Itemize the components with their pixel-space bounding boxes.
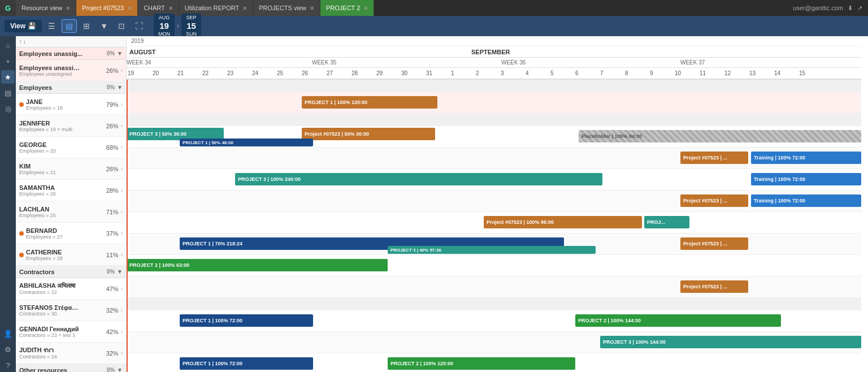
group-other: Other resources 0% ▼ [16, 364, 126, 372]
sidebar-settings-icon[interactable]: ⚙ [1, 343, 15, 356]
resource-row-bernard[interactable]: BERNARD Employees = 27 37% › [16, 223, 126, 244]
bar-project07523-samantha[interactable]: Project #07523 | 100% 96:00 [484, 216, 642, 228]
resource-row-george[interactable]: GEORGE Employees = 20 68% › [16, 137, 126, 158]
sidebar-star-icon[interactable]: ★ [1, 70, 15, 84]
arrow-judith[interactable]: › [121, 350, 123, 356]
group-other-label: Other resources [19, 367, 67, 373]
bar-proj-samantha2[interactable]: PROJ... [644, 216, 689, 228]
bar-project07523-catherine[interactable]: Project #07523 | ... [680, 280, 748, 293]
expand-employees-unassigned[interactable]: ▼ [117, 50, 123, 57]
bar-project07523-lachlan[interactable]: Project #07523 | ... [680, 237, 748, 250]
date-nav: AUG 19 MON › SEP 15 SUN [154, 14, 201, 38]
gantt-row-abhilasha: PROJECT 1 | 100% 72:00 PROJECT 2 | 100% … [127, 310, 861, 332]
arrow-abhilasha[interactable]: › [121, 286, 123, 292]
dot-catherine [19, 253, 24, 257]
close-project07523[interactable]: ✕ [127, 5, 132, 11]
gantt-row-employees-unassigned: PROJECT 1 | 100% 120:00 [127, 92, 861, 114]
bar-project3-george[interactable]: PROJECT 3 | 100% 240:00 [235, 173, 602, 185]
bar-project07523-jennifer[interactable]: Project #07523 | ... [680, 152, 748, 164]
resource-row-employees-unassigned[interactable]: Employees unassigned Employees unassigne… [16, 60, 126, 81]
bar-project2-gennadi[interactable]: PROJECT 2 | 100% 120:00 [388, 357, 575, 370]
sidebar-question-icon[interactable]: ? [1, 358, 15, 372]
arrow-bernard[interactable]: › [121, 230, 123, 236]
view-button[interactable]: View 💾 [5, 20, 42, 32]
resource-panel: ↑ ↓ Employees unassig... 0% ▼ Employees … [16, 36, 127, 372]
sidebar-circle-icon[interactable]: ◎ [1, 102, 15, 115]
sidebar-gantt-icon[interactable]: ▤ [1, 86, 15, 100]
resource-row-jennifer[interactable]: JENNIFER Employees = 19 + multi 26% › [16, 115, 126, 137]
nav-sep[interactable]: SEP 15 SUN [181, 14, 201, 38]
arrow-lachlan[interactable]: › [121, 209, 123, 215]
today-line [127, 80, 128, 372]
app-logo: G [0, 0, 16, 16]
close-utilization[interactable]: ✕ [242, 5, 247, 11]
bar-project1-gennadi[interactable]: PROJECT 1 | 100% 72:00 [180, 357, 313, 370]
expand-employees[interactable]: ▼ [117, 84, 123, 90]
bar-project3-stefanos[interactable]: PROJECT 3 | 100% 144:00 [600, 336, 861, 348]
tab-resource-view[interactable]: Resource view ✕ [16, 0, 76, 16]
close-chart[interactable]: ✕ [168, 5, 173, 11]
arrow-employees-unassigned[interactable]: › [121, 67, 123, 73]
tab-project2[interactable]: PROJECT 2 ✕ [320, 0, 374, 16]
resource-row-jane[interactable]: JANE Employees = 18 79% › [16, 94, 126, 115]
bar-project2-abhilasha[interactable]: PROJECT 2 | 100% 144:00 [575, 314, 781, 327]
close-project2[interactable]: ✕ [363, 5, 368, 11]
bar-proj1-employees-unassigned[interactable]: PROJECT 1 | 100% 120:00 [302, 96, 437, 109]
resource-row-lachlan[interactable]: LACHLAN Employees = 25 71% › [16, 201, 126, 223]
expand-other[interactable]: ▼ [117, 367, 123, 372]
list-view-button[interactable]: ☰ [44, 19, 59, 33]
bar-training-george[interactable]: Training | 100% 72:00 [751, 173, 861, 185]
gantt-scroll[interactable]: 2019 AUGUST SEPTEMBER WEEK 34 WEEK 35 WE… [127, 36, 868, 372]
filter-button[interactable]: ▼ [96, 19, 112, 33]
resource-row-samantha[interactable]: SAMANTHA Employees = 26 28% › [16, 180, 126, 201]
expand-contractors[interactable]: ▼ [117, 269, 123, 275]
bar-project1-jane-bottom[interactable]: PROJECT 1 | 50% 48:00 [180, 139, 313, 146]
bar-project2-bernard[interactable]: PROJECT 2 | 100% 63:00 [127, 259, 388, 271]
dot-jane [19, 102, 24, 107]
day-row: 19 20 21 22 23 24 25 26 27 28 29 30 [127, 68, 861, 79]
close-projects-view[interactable]: ✕ [310, 5, 314, 11]
resource-row-catherine[interactable]: CATHERINE Employees = 28 11% › [16, 244, 126, 266]
user-download-icon[interactable]: ⬇ [848, 5, 853, 12]
resource-row-judith[interactable]: JUDITH רותי Contractors = 24 32% › [16, 343, 126, 364]
arrow-gennadi[interactable]: › [121, 328, 123, 335]
year-row: 2019 [127, 36, 861, 46]
user-share-icon[interactable]: ↗ [857, 5, 862, 12]
bar-training-jennifer[interactable]: Training | 100% 72:00 [751, 152, 861, 164]
bar-project07523-jane-top[interactable]: Project #07523 | 50% 30:00 [302, 128, 435, 140]
fit-button[interactable]: ⊡ [114, 19, 129, 33]
fullscreen-button[interactable]: ⛶ [131, 19, 147, 33]
gantt-row-lachlan: PROJECT 1 | 70% 218:24 PROJECT 3 | 40% 5… [127, 233, 861, 255]
resource-row-abhilasha[interactable]: ABHILASHA अभिलाषा Contractors = 22 47% › [16, 278, 126, 300]
arrow-stefanos[interactable]: › [121, 307, 123, 313]
sidebar-person-icon[interactable]: 👤 [1, 327, 15, 340]
arrow-jennifer[interactable]: › [121, 123, 123, 129]
bar-project07523-kim[interactable]: Project #07523 | ... [680, 194, 748, 207]
sort-row: ↑ ↓ [16, 36, 126, 47]
dot-bernard [19, 231, 24, 236]
tab-projects-view[interactable]: PROJECTS view ✕ [253, 0, 320, 16]
gantt-row-bernard: PROJECT 2 | 100% 63:00 [127, 255, 861, 276]
arrow-jane[interactable]: › [121, 101, 123, 107]
bar-placeholder-jane[interactable]: Placeholder | 100% 84:00 [579, 130, 861, 142]
bar-project3-lachlan[interactable]: PROJECT 3 | 40% 57:36 [388, 246, 596, 254]
close-resource-view[interactable]: ✕ [66, 5, 70, 11]
sidebar-add-icon[interactable]: + [1, 54, 15, 68]
sidebar-home-icon[interactable]: ⌂ [1, 38, 15, 52]
resource-row-kim[interactable]: KIM Employees = 21 26% › [16, 158, 126, 180]
nav-aug[interactable]: AUG 19 MON [154, 14, 175, 38]
group-button[interactable]: ⊞ [79, 19, 94, 33]
group-employees: Employees 0% ▼ [16, 81, 126, 94]
arrow-samantha[interactable]: › [121, 187, 123, 193]
gantt-view-button[interactable]: ▤ [62, 19, 77, 33]
arrow-catherine[interactable]: › [121, 252, 123, 258]
arrow-george[interactable]: › [121, 144, 123, 150]
tab-project07523[interactable]: Project #07523 ✕ [76, 0, 138, 16]
bar-training-kim[interactable]: Training | 100% 72:00 [751, 194, 861, 207]
bar-project1-abhilasha[interactable]: PROJECT 1 | 100% 72:00 [180, 314, 313, 327]
arrow-kim[interactable]: › [121, 166, 123, 172]
sort-down-icon[interactable]: ↓ [23, 38, 26, 45]
resource-row-stefanos[interactable]: STEFANOS Στέφανος Contractors = 30 32% › [16, 300, 126, 321]
resource-row-gennadi[interactable]: GENNADI Геннадий Contractors = 23 + test… [16, 321, 126, 343]
sort-up-icon[interactable]: ↑ [19, 38, 22, 45]
